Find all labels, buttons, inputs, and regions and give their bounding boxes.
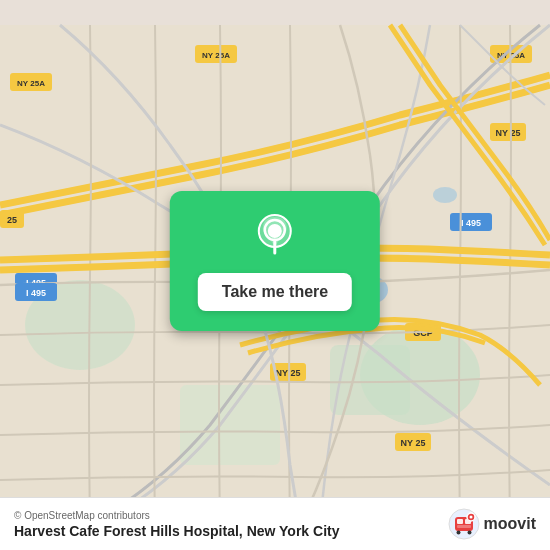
svg-text:NY 25: NY 25 [496,128,521,138]
svg-point-42 [469,516,472,519]
svg-text:NY 25: NY 25 [401,438,426,448]
copyright-text: © OpenStreetMap contributors [14,510,339,521]
svg-text:NY 25A: NY 25A [17,79,45,88]
moovit-bus-icon [448,508,480,540]
svg-text:I 495: I 495 [461,218,481,228]
svg-rect-36 [457,519,463,524]
take-me-there-button[interactable]: Take me there [198,273,352,311]
svg-rect-40 [457,525,471,528]
svg-point-38 [456,531,460,535]
svg-rect-2 [330,345,410,415]
svg-text:I 495: I 495 [26,288,46,298]
take-me-there-container: Take me there [170,191,380,331]
svg-text:NY 25: NY 25 [276,368,301,378]
bottom-bar-info: © OpenStreetMap contributors Harvest Caf… [14,510,339,539]
svg-point-39 [467,531,471,535]
bottom-bar: © OpenStreetMap contributors Harvest Caf… [0,497,550,550]
moovit-brand-text: moovit [484,515,536,533]
svg-text:NY 25A: NY 25A [202,51,230,60]
svg-point-32 [270,225,280,235]
svg-point-6 [433,187,457,203]
map-container: I 495 I 495 NY 25A NY 25A NY 25A NY 25 N… [0,0,550,550]
location-pin-icon [251,211,299,259]
svg-text:25: 25 [7,215,17,225]
green-card: Take me there [170,191,380,331]
moovit-logo: moovit [448,508,536,540]
location-title: Harvest Cafe Forest Hills Hospital, New … [14,523,339,539]
